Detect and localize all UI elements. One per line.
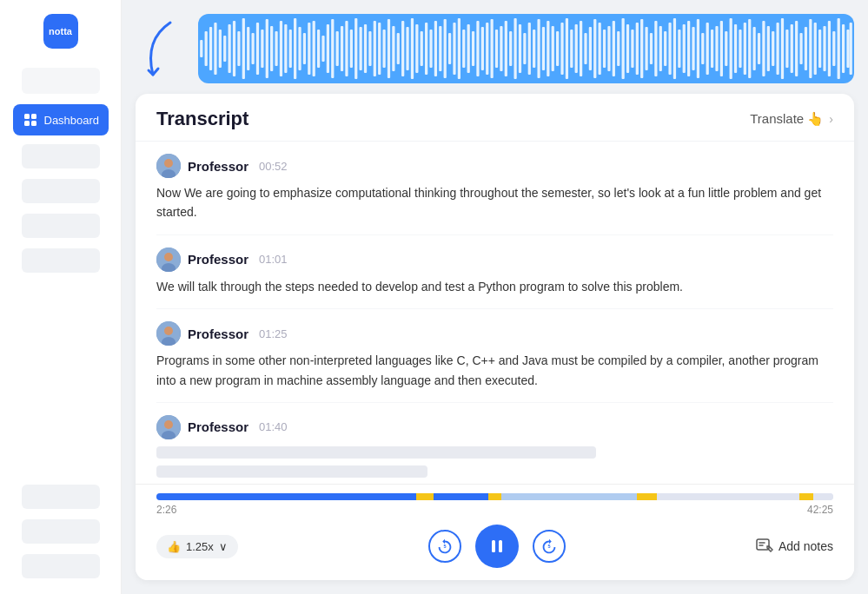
svg-rect-98: [640, 19, 643, 78]
svg-rect-64: [481, 27, 484, 70]
progress-track[interactable]: [156, 493, 833, 500]
svg-rect-86: [584, 33, 586, 64]
avatar-image-1: [156, 154, 181, 178]
speaker-row-4: Professor 01:40: [156, 415, 833, 439]
svg-rect-62: [472, 31, 474, 66]
audio-waveform[interactable]: [198, 14, 854, 83]
search-bar[interactable]: [22, 68, 100, 94]
svg-rect-138: [828, 21, 831, 76]
svg-rect-27: [308, 23, 310, 75]
progress-seg-blue-2: [434, 493, 487, 500]
speed-chevron-icon: ∨: [219, 540, 228, 553]
skip-forward-button[interactable]: 5: [533, 530, 566, 563]
svg-rect-14: [247, 27, 249, 70]
transcript-header: Transcript Translate 👆 ›: [136, 94, 854, 142]
svg-rect-119: [739, 30, 741, 68]
add-notes-button[interactable]: Add notes: [756, 538, 833, 554]
sidebar-item-meetings[interactable]: [22, 214, 100, 238]
svg-rect-29: [317, 30, 320, 68]
avatar-4: [156, 415, 181, 439]
svg-rect-118: [734, 24, 737, 73]
svg-rect-9: [223, 36, 226, 62]
svg-rect-128: [781, 18, 784, 79]
svg-rect-133: [805, 27, 807, 70]
pause-button[interactable]: [475, 525, 519, 568]
svg-rect-137: [823, 26, 825, 71]
progress-seg-yellow-3: [637, 493, 657, 500]
app-logo[interactable]: notta: [43, 14, 78, 49]
svg-rect-46: [397, 33, 400, 64]
svg-rect-28: [313, 21, 315, 76]
svg-rect-113: [711, 30, 713, 68]
svg-rect-8: [219, 30, 222, 68]
svg-rect-79: [552, 26, 554, 71]
svg-rect-54: [434, 21, 437, 76]
speed-button[interactable]: 👍 1.25x ∨: [156, 535, 238, 558]
svg-rect-36: [350, 30, 353, 68]
svg-rect-78: [547, 21, 549, 76]
svg-rect-135: [814, 23, 817, 75]
svg-rect-143: [850, 23, 852, 75]
svg-rect-139: [832, 31, 835, 66]
time-labels: 2:26 42:25: [156, 504, 833, 516]
sidebar-item-files[interactable]: [22, 144, 100, 168]
svg-rect-81: [560, 23, 563, 75]
svg-rect-90: [603, 30, 606, 68]
svg-rect-21: [280, 21, 282, 76]
svg-rect-74: [528, 23, 531, 75]
progress-played: [156, 493, 414, 500]
sidebar-item-dashboard[interactable]: Dashboard: [13, 104, 109, 135]
sidebar-item-integrations[interactable]: [22, 519, 100, 544]
sidebar-item-templates[interactable]: [22, 485, 100, 509]
svg-rect-75: [533, 30, 535, 68]
timestamp-3: 01:25: [259, 327, 288, 340]
svg-rect-80: [556, 31, 559, 66]
svg-rect-55: [439, 26, 441, 71]
svg-rect-0: [24, 114, 30, 119]
total-time: 42:25: [807, 504, 833, 516]
skip-back-button[interactable]: 5: [428, 530, 461, 563]
sidebar-item-calendar[interactable]: [22, 179, 100, 203]
svg-rect-73: [523, 33, 526, 64]
svg-rect-34: [341, 26, 343, 71]
svg-rect-20: [275, 31, 277, 66]
sidebar-dashboard-label: Dashboard: [44, 114, 100, 127]
svg-rect-101: [654, 21, 657, 76]
svg-rect-84: [575, 24, 578, 73]
svg-rect-22: [284, 24, 287, 73]
svg-rect-51: [421, 31, 423, 66]
svg-rect-142: [846, 30, 849, 68]
svg-rect-117: [730, 18, 732, 79]
svg-rect-48: [406, 27, 408, 70]
svg-rect-1: [31, 114, 36, 119]
svg-rect-106: [678, 30, 680, 68]
svg-rect-120: [744, 23, 746, 75]
svg-rect-76: [537, 19, 540, 78]
svg-rect-10: [229, 24, 231, 73]
speaker-name-2: Professor: [188, 252, 248, 267]
svg-rect-92: [613, 21, 615, 76]
svg-rect-97: [636, 23, 639, 75]
svg-rect-12: [237, 31, 240, 66]
svg-rect-44: [388, 19, 390, 78]
sidebar-item-trash[interactable]: [22, 248, 100, 273]
add-notes-label: Add notes: [779, 539, 833, 553]
svg-rect-63: [476, 21, 479, 76]
sidebar-item-settings[interactable]: [22, 554, 100, 578]
timestamp-2: 01:01: [259, 253, 288, 266]
redacted-line-2: [156, 465, 427, 478]
redacted-text-area: [156, 446, 833, 478]
svg-rect-107: [683, 24, 686, 73]
svg-rect-134: [809, 19, 812, 78]
translate-button[interactable]: Translate 👆 ›: [750, 111, 833, 127]
svg-point-154: [164, 420, 173, 429]
svg-rect-15: [251, 33, 254, 64]
svg-rect-130: [791, 24, 793, 73]
svg-rect-82: [566, 18, 568, 79]
svg-rect-31: [327, 24, 329, 73]
svg-rect-123: [758, 33, 760, 64]
player-controls: 👍 1.25x ∨ 5: [156, 525, 833, 568]
transcript-text-1: Now We are going to emphasize computatio…: [156, 183, 833, 222]
svg-rect-59: [458, 18, 461, 79]
svg-rect-5: [205, 31, 208, 66]
